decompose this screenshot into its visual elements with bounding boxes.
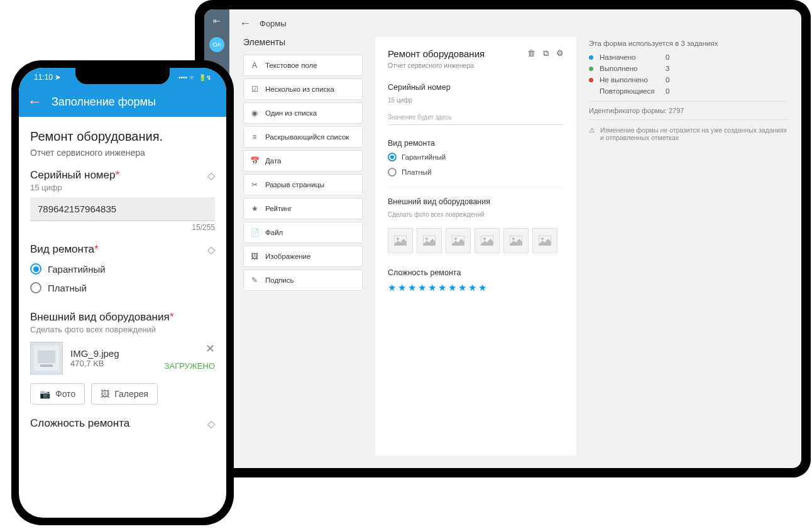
file-thumbnail[interactable] — [30, 342, 63, 374]
complexity-label: Сложность ремонта — [388, 268, 564, 277]
status-failed: Не выполнено0 — [589, 76, 787, 84]
divider — [388, 187, 564, 187]
form-title: Ремонт оборудования. — [30, 129, 215, 144]
battery-icon: 🔋↯ — [199, 74, 211, 81]
repair-option-warranty[interactable]: Гарантийный — [30, 263, 215, 275]
serial-hint: 15 цифр — [388, 97, 564, 104]
svg-point-3 — [425, 237, 428, 240]
star-icon: ★ — [468, 282, 476, 293]
delete-icon[interactable]: 🗑 — [527, 48, 535, 58]
rating-stars[interactable]: ★★★★★★★★★★ — [388, 282, 564, 293]
required-asterisk: * — [94, 243, 99, 255]
elements-title: Элементы — [243, 37, 363, 47]
status-count: 0 — [666, 53, 669, 61]
required-asterisk: * — [170, 311, 174, 323]
star-icon: ★ — [478, 282, 486, 293]
status-dot — [589, 78, 593, 82]
usage-text: Эта форма используется в 3 заданиях — [589, 40, 787, 47]
file-size: 470,7 KB — [70, 359, 119, 368]
star-icon: ★ — [250, 204, 259, 213]
image-slot[interactable] — [446, 228, 471, 253]
warning-text: Изменение формы не отразится на уже созд… — [600, 126, 787, 141]
serial-label: Серийный номер — [388, 83, 564, 92]
element-label: Дата — [265, 157, 281, 165]
image-slot[interactable] — [417, 228, 442, 253]
status-done: Выполнено3 — [589, 65, 787, 72]
menu-icon[interactable]: ⇤ — [213, 16, 221, 26]
image-slot[interactable] — [503, 228, 529, 253]
serial-section-header: Серийный номер* ◇ — [30, 169, 215, 182]
gear-icon[interactable]: ⚙ — [556, 48, 564, 58]
element-label: Один из списка — [265, 109, 317, 117]
element-file[interactable]: 📄Файл — [243, 222, 363, 243]
file-icon: 📄 — [250, 228, 259, 237]
element-rating[interactable]: ★Рейтинг — [243, 198, 363, 219]
image-slot[interactable] — [532, 228, 557, 253]
star-icon: ★ — [438, 282, 446, 293]
element-text-field[interactable]: AТекстовое поле — [243, 55, 363, 76]
app-bar: ← Заполнение формы — [19, 87, 226, 117]
element-dropdown[interactable]: ≡Раскрывающийся список — [243, 126, 363, 148]
avatar[interactable]: OA — [209, 37, 224, 52]
element-label: Разрыв страницы — [265, 181, 324, 188]
pencil-icon: ✎ — [250, 276, 259, 285]
photo-buttons: 📷Фото 🖼Галерея — [30, 383, 215, 405]
element-label: Раскрывающийся список — [265, 133, 349, 141]
file-status: ЗАГРУЖЕНО — [165, 361, 215, 371]
photo-button[interactable]: 📷Фото — [30, 383, 85, 405]
element-label: Текстовое поле — [265, 62, 317, 69]
star-icon: ★ — [418, 282, 426, 293]
status-repeating: Повторяющиеся0 — [589, 87, 787, 95]
complexity-section-header: Сложность ремонта ◇ — [30, 417, 215, 430]
serial-input[interactable]: 789642157964835 — [30, 197, 215, 221]
form-preview: Ремонт оборудования 🗑 ⧉ ⚙ Отчет сервисно… — [375, 37, 576, 455]
appearance-label: Внешний вид оборудования — [388, 197, 564, 206]
svg-rect-13 — [38, 351, 55, 363]
element-label: Файл — [265, 229, 283, 236]
element-checkbox[interactable]: ☑Несколько из списка — [243, 79, 363, 100]
close-icon[interactable]: ✕ — [206, 342, 215, 356]
eraser-icon[interactable]: ◇ — [207, 418, 215, 430]
status-assigned: Назначено0 — [589, 53, 787, 61]
file-name: IMG_9.jpeg — [70, 348, 119, 359]
form-header: Ремонт оборудования 🗑 ⧉ ⚙ — [388, 48, 564, 59]
gallery-button[interactable]: 🖼Галерея — [91, 383, 158, 405]
checkbox-icon: ☑ — [250, 85, 259, 94]
star-icon: ★ — [428, 282, 436, 293]
radio-icon — [30, 282, 41, 293]
tablet-frame: ⇤ OA ← Формы Элементы AТекстовое поле ☑Н… — [195, 0, 811, 477]
repair-option-paid[interactable]: Платный — [388, 168, 564, 177]
status-icons: •••• ᯤ 🔋↯ — [178, 74, 211, 81]
image-slot[interactable] — [388, 228, 413, 253]
element-date[interactable]: 📅Дата — [243, 150, 363, 172]
eraser-icon[interactable]: ◇ — [207, 244, 215, 256]
repair-option-warranty[interactable]: Гарантийный — [388, 153, 564, 161]
svg-point-1 — [397, 237, 399, 240]
element-radio[interactable]: ◉Один из списка — [243, 102, 363, 124]
status-count: 0 — [666, 87, 669, 95]
repair-label: Вид ремонта* — [30, 243, 99, 256]
warning-icon: ⚠ — [589, 126, 595, 134]
char-counter: 15/255 — [30, 223, 215, 232]
element-pagebreak[interactable]: ✂Разрыв страницы — [243, 174, 363, 195]
star-icon: ★ — [398, 282, 406, 293]
image-slot[interactable] — [475, 228, 500, 253]
copy-icon[interactable]: ⧉ — [543, 48, 549, 58]
radio-selected-icon — [30, 263, 41, 275]
serial-placeholder[interactable]: Значение будет здесь — [388, 114, 564, 125]
element-label: Рейтинг — [265, 205, 292, 212]
status-label: Повторяющиеся — [600, 87, 659, 95]
appearance-label: Внешний вид оборудования* — [30, 311, 173, 324]
repair-option-paid[interactable]: Платный — [30, 282, 215, 293]
back-arrow-icon[interactable]: ← — [28, 94, 41, 110]
radio-icon: ◉ — [250, 109, 259, 117]
element-signature[interactable]: ✎Подпись — [243, 270, 363, 291]
radio-icon — [388, 168, 397, 177]
eraser-icon[interactable]: ◇ — [207, 170, 215, 182]
back-arrow-icon[interactable]: ← — [239, 17, 251, 30]
list-icon: ≡ — [250, 133, 259, 141]
tablet-main: ← Формы Элементы AТекстовое поле ☑Нескол… — [229, 9, 801, 468]
radio-label: Гарантийный — [402, 153, 446, 161]
element-image[interactable]: 🖼Изображение — [243, 246, 363, 267]
svg-point-5 — [454, 237, 457, 240]
